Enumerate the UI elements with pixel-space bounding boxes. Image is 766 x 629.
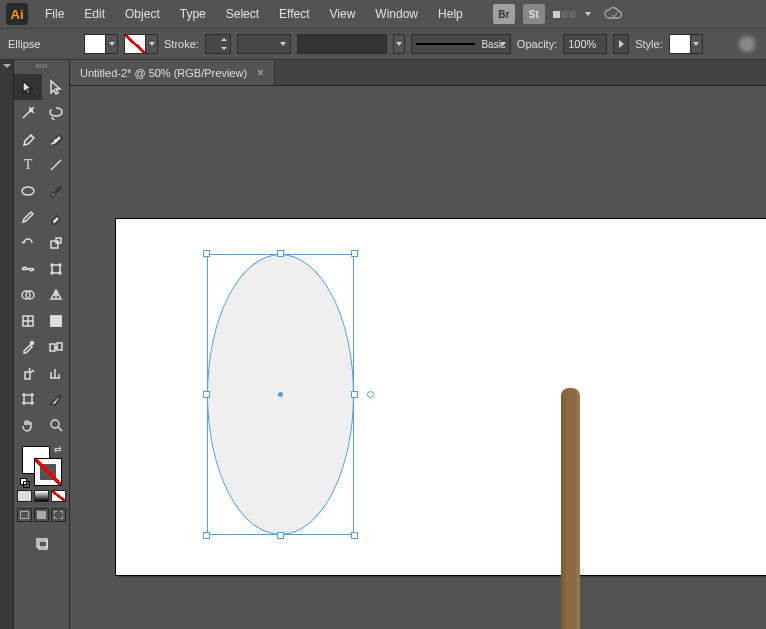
selection-handle-sw[interactable] bbox=[203, 532, 210, 539]
selection-handle-e[interactable] bbox=[351, 391, 358, 398]
stroke-swatch[interactable] bbox=[124, 34, 146, 54]
tool-curvature[interactable] bbox=[42, 126, 70, 152]
svg-point-0 bbox=[22, 187, 34, 195]
tool-symbol-sprayer[interactable] bbox=[14, 360, 42, 386]
tool-slice[interactable] bbox=[42, 386, 70, 412]
app-logo[interactable]: Ai bbox=[6, 3, 28, 25]
selection-center-point[interactable] bbox=[278, 392, 283, 397]
selection-handle-se[interactable] bbox=[351, 532, 358, 539]
tool-free-transform[interactable] bbox=[42, 256, 70, 282]
opacity-input[interactable]: 100% bbox=[563, 34, 607, 54]
tool-paintbrush[interactable] bbox=[42, 178, 70, 204]
document-setup-icon[interactable] bbox=[736, 33, 758, 55]
menu-edit[interactable]: Edit bbox=[75, 3, 114, 25]
stroke-weight-stepper[interactable] bbox=[205, 34, 231, 54]
tool-ellipse[interactable] bbox=[14, 178, 42, 204]
document-tab[interactable]: Untitled-2* @ 50% (RGB/Preview) × bbox=[70, 60, 275, 85]
selection-handle-w[interactable] bbox=[203, 391, 210, 398]
draw-behind-icon[interactable] bbox=[34, 508, 49, 522]
default-fill-stroke-icon[interactable] bbox=[20, 478, 30, 488]
graphic-style-swatch[interactable] bbox=[669, 34, 691, 54]
tool-mesh[interactable] bbox=[14, 308, 42, 334]
tool-column-graph[interactable] bbox=[42, 360, 70, 386]
tools-panel: T ⇄ bbox=[14, 60, 70, 629]
bridge-icon[interactable]: Br bbox=[493, 4, 515, 24]
tool-magic-wand[interactable] bbox=[14, 100, 42, 126]
draw-inside-icon[interactable] bbox=[51, 508, 66, 522]
tool-rotate[interactable] bbox=[14, 230, 42, 256]
opacity-label: Opacity: bbox=[517, 38, 557, 50]
fill-swatch[interactable] bbox=[84, 34, 106, 54]
stroke-weight-dropdown[interactable] bbox=[237, 34, 291, 54]
fill-swatch-menu[interactable] bbox=[106, 34, 118, 54]
tool-scale[interactable] bbox=[42, 230, 70, 256]
menu-object[interactable]: Object bbox=[116, 3, 169, 25]
svg-rect-15 bbox=[57, 343, 62, 350]
tool-perspective-grid[interactable] bbox=[42, 282, 70, 308]
menu-type[interactable]: Type bbox=[171, 3, 215, 25]
rail-grip-icon bbox=[3, 64, 11, 68]
tool-width[interactable] bbox=[14, 256, 42, 282]
opacity-popup-button[interactable] bbox=[613, 34, 629, 54]
selection-rotate-handle[interactable] bbox=[367, 391, 374, 398]
selection-handle-ne[interactable] bbox=[351, 250, 358, 257]
selection-handle-s[interactable] bbox=[277, 532, 284, 539]
stroke-indicator[interactable] bbox=[34, 458, 62, 486]
menu-effect[interactable]: Effect bbox=[270, 3, 318, 25]
tool-blend[interactable] bbox=[42, 334, 70, 360]
tool-artboard[interactable] bbox=[14, 386, 42, 412]
selection-handle-nw[interactable] bbox=[203, 250, 210, 257]
brush-definition-dropdown[interactable]: Basic bbox=[411, 34, 511, 54]
tool-type[interactable]: T bbox=[14, 152, 42, 178]
selection-handle-n[interactable] bbox=[277, 250, 284, 257]
variable-width-menu[interactable] bbox=[393, 34, 405, 54]
close-tab-icon[interactable]: × bbox=[257, 66, 264, 80]
svg-rect-11 bbox=[51, 316, 61, 326]
workspace: T ⇄ bbox=[0, 60, 766, 629]
tool-gradient[interactable] bbox=[42, 308, 70, 334]
menu-select[interactable]: Select bbox=[217, 3, 268, 25]
svg-point-18 bbox=[51, 420, 59, 428]
canvas[interactable] bbox=[70, 86, 766, 629]
document-tab-title: Untitled-2* @ 50% (RGB/Preview) bbox=[80, 67, 247, 79]
color-mode-solid[interactable] bbox=[17, 490, 32, 502]
screen-mode-button[interactable] bbox=[28, 530, 56, 556]
stick-shape[interactable] bbox=[561, 388, 580, 629]
stock-icon[interactable]: St bbox=[523, 4, 545, 24]
tool-pencil[interactable] bbox=[14, 204, 42, 230]
tool-selection[interactable] bbox=[14, 74, 42, 100]
swap-fill-stroke-icon[interactable]: ⇄ bbox=[54, 444, 62, 454]
menu-view[interactable]: View bbox=[321, 3, 365, 25]
menu-window[interactable]: Window bbox=[366, 3, 427, 25]
arrange-caret-icon[interactable] bbox=[585, 12, 591, 16]
tool-zoom[interactable] bbox=[42, 412, 70, 438]
document-area: Untitled-2* @ 50% (RGB/Preview) × bbox=[70, 60, 766, 629]
sync-settings-icon[interactable] bbox=[603, 6, 625, 22]
color-mode-none[interactable] bbox=[51, 490, 66, 502]
tool-shape-builder[interactable] bbox=[14, 282, 42, 308]
tool-eraser[interactable] bbox=[42, 204, 70, 230]
panel-dock-rail[interactable] bbox=[0, 60, 14, 629]
draw-normal-icon[interactable] bbox=[17, 508, 32, 522]
svg-rect-1 bbox=[51, 241, 58, 248]
stroke-label: Stroke: bbox=[164, 38, 199, 50]
svg-point-13 bbox=[31, 342, 34, 345]
stroke-swatch-menu[interactable] bbox=[146, 34, 158, 54]
menu-file[interactable]: File bbox=[36, 3, 73, 25]
brush-preview-icon bbox=[416, 43, 476, 45]
arrange-documents-icon[interactable] bbox=[553, 11, 576, 18]
tool-lasso[interactable] bbox=[42, 100, 70, 126]
fill-stroke-control[interactable]: ⇄ bbox=[20, 444, 64, 488]
color-mode-gradient[interactable] bbox=[34, 490, 49, 502]
tool-hand[interactable] bbox=[14, 412, 42, 438]
active-tool-label: Ellipse bbox=[8, 38, 78, 50]
tool-eyedropper[interactable] bbox=[14, 334, 42, 360]
tool-line-segment[interactable] bbox=[42, 152, 70, 178]
tool-pen[interactable] bbox=[14, 126, 42, 152]
menu-help[interactable]: Help bbox=[429, 3, 472, 25]
tool-direct-selection[interactable] bbox=[42, 74, 70, 100]
graphic-style-menu[interactable] bbox=[691, 34, 703, 54]
svg-point-4 bbox=[51, 264, 53, 266]
svg-rect-17 bbox=[24, 395, 32, 403]
variable-width-profile-dropdown[interactable] bbox=[297, 34, 387, 54]
